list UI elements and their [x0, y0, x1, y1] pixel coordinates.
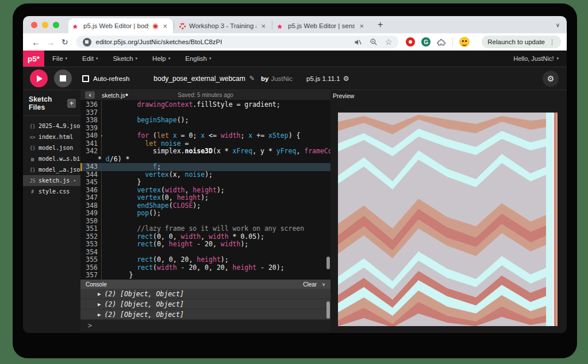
indent: [105, 202, 137, 210]
console-title: Console: [86, 281, 107, 288]
console-log-row[interactable]: ▶(2) [Object, Object]: [80, 289, 330, 299]
zoom-window-button[interactable]: [53, 22, 59, 28]
expand-arrow-icon[interactable]: ▶: [98, 301, 101, 307]
forward-button[interactable]: →: [43, 37, 57, 47]
line-number: 340▾: [80, 132, 102, 140]
code-area[interactable]: 336 drawingContext.fillStyle = gradient;…: [80, 100, 330, 280]
console-log-row[interactable]: ▶(2) [Object, Object]: [80, 299, 330, 309]
auto-refresh-checkbox[interactable]: [82, 75, 89, 82]
extensions-puzzle-icon[interactable]: [437, 37, 446, 47]
profile-avatar[interactable]: [459, 37, 470, 47]
code-line[interactable]: 352 rect(0, 0, width, width * 0.05);: [80, 233, 330, 241]
add-file-button[interactable]: +: [67, 99, 76, 108]
relaunch-button[interactable]: Relaunch to update ⋮: [482, 36, 561, 48]
site-info-icon[interactable]: [83, 38, 91, 47]
sketch-canvas[interactable]: [338, 113, 558, 326]
code-line[interactable]: 341 let noise =: [80, 140, 330, 148]
stop-button[interactable]: [54, 69, 72, 87]
code-line[interactable]: 344 vertex(x, noise);: [80, 171, 330, 179]
expand-arrow-icon[interactable]: ▶: [98, 312, 101, 317]
editor-scrollbar[interactable]: [326, 257, 330, 269]
browser-menu-icon[interactable]: ⋮: [549, 38, 555, 46]
code-line[interactable]: 342 simplex.noise3D(x * xFreq, y * yFreq…: [80, 148, 330, 156]
console-log-row[interactable]: ▶(2) [Object, Object]: [80, 309, 330, 320]
code-line[interactable]: 338 beginShape();: [80, 117, 330, 125]
token: x: [173, 131, 177, 140]
file-item-sketch-js[interactable]: JSsketch.js▾: [23, 175, 80, 186]
file-item-style-css[interactable]: #style.css: [23, 186, 80, 197]
back-button[interactable]: ←: [29, 37, 43, 47]
menu-help[interactable]: Help▾: [152, 55, 170, 62]
token: vertex: [137, 186, 161, 194]
new-tab-button[interactable]: +: [375, 20, 385, 30]
file-item-index-html[interactable]: <>index.html: [23, 131, 80, 142]
version-settings-icon[interactable]: ⚙: [343, 75, 349, 83]
tab-search-button[interactable]: ∨: [556, 22, 560, 28]
token: ();: [177, 116, 189, 124]
code-line[interactable]: 337: [80, 109, 330, 117]
bookmark-icon[interactable]: ☆: [385, 37, 393, 47]
code-line[interactable]: * d/6) *: [80, 156, 330, 164]
code-line[interactable]: 356 rect(width - 20, 0, 20, height - 20)…: [80, 264, 330, 272]
menu-edit[interactable]: Edit▾: [82, 55, 98, 62]
close-window-button[interactable]: [31, 22, 37, 28]
console-clear-button[interactable]: Clear: [303, 281, 317, 288]
p5-logo[interactable]: p5*: [23, 51, 44, 67]
code-line[interactable]: 350: [80, 218, 330, 226]
console-collapse-icon[interactable]: ∨: [322, 282, 325, 287]
author-link[interactable]: JustNic: [271, 75, 293, 82]
tab-close-button[interactable]: ×: [358, 22, 365, 30]
menu-file[interactable]: File▾: [52, 55, 67, 62]
zoom-out-icon[interactable]: [370, 38, 378, 46]
reload-button[interactable]: ↻: [57, 37, 72, 47]
account-menu[interactable]: Hello, JustNic! ▾: [513, 55, 559, 62]
tab-title: p5.js Web Editor | body_p: [83, 22, 149, 29]
edit-name-icon[interactable]: ✎: [249, 75, 255, 82]
address-bar[interactable]: editor.p5js.org/JustNic/sketches/BtoLC8z…: [76, 36, 399, 48]
tab-close-button[interactable]: ×: [162, 22, 168, 30]
code-line[interactable]: 347 vertex(0, height);: [80, 194, 330, 202]
console-prompt[interactable]: >: [80, 320, 330, 331]
indent: [105, 224, 137, 233]
red-extension-icon[interactable]: [406, 37, 415, 47]
console-scrollbar[interactable]: [326, 301, 330, 319]
code-line[interactable]: 348 endShape(CLOSE);: [80, 202, 330, 210]
expand-arrow-icon[interactable]: ▶: [98, 291, 101, 297]
code-line[interactable]: 354: [80, 249, 330, 257]
menu-english[interactable]: English▾: [185, 55, 211, 62]
grammarly-extension-icon[interactable]: G: [421, 37, 431, 47]
minimize-window-button[interactable]: [42, 22, 48, 28]
tab-close-button[interactable]: ×: [260, 22, 267, 30]
file-options-icon[interactable]: ▾: [74, 179, 76, 183]
code-line[interactable]: 340▾ for (let x = 0; x <= width; x += xS…: [80, 132, 330, 140]
code-line[interactable]: 357 }: [80, 272, 330, 280]
token: width: [157, 264, 177, 272]
preview-panel: Preview: [330, 90, 567, 333]
code-line[interactable]: 355 rect(0, 0, 20, height);: [80, 256, 330, 264]
browser-tab[interactable]: Workshop 3 - Training a mod×: [175, 18, 271, 33]
token: height: [177, 193, 201, 202]
code-line[interactable]: 339: [80, 125, 330, 133]
file-item-model-json[interactable]: {}model.json: [23, 142, 80, 153]
code-line[interactable]: 345 }: [80, 179, 330, 187]
browser-window: *p5.js Web Editor | body_p◉×Workshop 3 -…: [23, 16, 567, 333]
file-item-model-w-s-bin[interactable]: ▤model.w…s.bin: [23, 153, 80, 164]
mute-icon[interactable]: [353, 38, 362, 47]
menu-sketch[interactable]: Sketch▾: [113, 55, 137, 62]
file-item-model-a-json[interactable]: {}model_…a.json: [23, 164, 80, 175]
code-line[interactable]: 349 pop();: [80, 210, 330, 218]
token: );: [205, 171, 213, 179]
code-line[interactable]: 336 drawingContext.fillStyle = gradient;: [80, 101, 330, 109]
code-line[interactable]: 353 rect(0, height - 20, width);: [80, 241, 330, 249]
play-button[interactable]: [30, 69, 48, 87]
file-item-2025-4-9-json[interactable]: {}2025-4…9.json: [23, 121, 80, 131]
settings-button[interactable]: ⚙: [543, 71, 559, 87]
code-line[interactable]: 343 f;: [80, 163, 330, 171]
url-text[interactable]: editor.p5js.org/JustNic/sketches/BtoLC8z…: [96, 38, 222, 45]
token: (: [149, 131, 157, 140]
file-name: model.json: [39, 145, 73, 151]
code-line[interactable]: 351 //lazy frame so it will work on any …: [80, 225, 330, 233]
browser-tab[interactable]: *p5.js Web Editor | body_p◉×: [68, 18, 173, 33]
code-line[interactable]: 346 vertex(width, height);: [80, 187, 330, 195]
browser-tab[interactable]: *p5.js Web Editor | sense_and×: [273, 18, 370, 33]
